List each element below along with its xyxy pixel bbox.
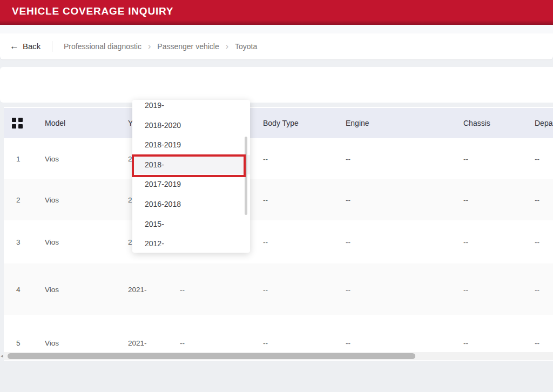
cell-body: -- <box>263 196 268 204</box>
cell-hidden: -- <box>180 339 185 347</box>
year-option[interactable]: 2018-2019 <box>132 135 250 155</box>
row-index: 2 <box>16 196 21 204</box>
cell-year: 2021- <box>128 285 147 293</box>
back-button[interactable]: ← Back <box>10 33 41 59</box>
cell-engine: -- <box>346 339 350 347</box>
header-gap <box>0 25 553 33</box>
year-option[interactable]: 2018-2020 <box>132 116 250 136</box>
table-row[interactable]: 2 Vios 20 -- -- -- -- -- <box>4 179 553 221</box>
cell-dept: -- <box>535 285 539 293</box>
table-row[interactable]: 4 Vios 2021- -- -- -- -- -- <box>4 263 553 315</box>
horizontal-scrollbar-thumb[interactable] <box>8 353 415 359</box>
year-option-highlighted[interactable]: 2018- <box>132 155 250 175</box>
cell-engine: -- <box>346 238 350 246</box>
cell-body: -- <box>263 238 268 246</box>
breadcrumb: Professional diagnostic › Passenger vehi… <box>64 33 257 59</box>
cell-chassis: -- <box>463 285 468 293</box>
cell-chassis: -- <box>463 196 468 204</box>
table-row[interactable]: 1 Vios 20 -- -- -- -- -- <box>4 138 553 180</box>
grid-view-icon[interactable] <box>12 118 23 129</box>
back-label: Back <box>23 33 41 59</box>
breadcrumb-bar: ← Back Professional diagnostic › Passeng… <box>0 33 553 59</box>
year-option[interactable]: 2019- <box>132 100 250 116</box>
column-header-engine: Engine <box>346 119 369 127</box>
vehicle-coverage-inquiry-screen: VEHICLE COVERAGE INQUIRY ← Back Professi… <box>0 0 553 392</box>
row-index: 4 <box>16 285 21 293</box>
cell-body: -- <box>263 155 268 163</box>
column-header-chassis: Chassis <box>463 119 490 127</box>
table-header-row: Model Year Body Type Engine Chassis Depa <box>4 108 553 138</box>
cell-model: Vios <box>45 339 59 347</box>
filter-bar: Vios Please select year Please select sy… <box>0 67 553 103</box>
row-index: 1 <box>16 155 21 163</box>
cell-chassis: -- <box>463 339 468 347</box>
breadcrumb-divider <box>52 41 52 52</box>
year-dropdown-panel: 2019- 2018-2020 2018-2019 2018- 2017-201… <box>132 100 250 253</box>
row-index: 3 <box>16 238 21 246</box>
cell-body: -- <box>263 339 268 347</box>
column-header-department: Depa <box>535 119 552 127</box>
cell-dept: -- <box>535 155 539 163</box>
scrollbar-left-arrow-icon[interactable]: ◂ <box>1 352 3 360</box>
chevron-right-icon: › <box>226 42 228 51</box>
cell-year: 2021- <box>128 339 147 347</box>
cell-model: Vios <box>45 196 59 204</box>
back-arrow-icon: ← <box>10 33 19 59</box>
cell-model: Vios <box>45 238 59 246</box>
year-dropdown-list: 2019- 2018-2020 2018-2019 2018- 2017-201… <box>132 100 250 253</box>
app-header: VEHICLE COVERAGE INQUIRY <box>0 0 553 25</box>
page-title: VEHICLE COVERAGE INQUIRY <box>12 0 173 23</box>
breadcrumb-item-passenger-vehicle[interactable]: Passenger vehicle <box>157 42 219 51</box>
cell-model: Vios <box>45 285 59 293</box>
cell-hidden: -- <box>180 285 185 293</box>
cell-engine: -- <box>346 196 350 204</box>
year-option[interactable]: 2017-2019 <box>132 174 250 194</box>
cell-engine: -- <box>346 285 350 293</box>
cell-body: -- <box>263 285 268 293</box>
cell-engine: -- <box>346 155 350 163</box>
cell-chassis: -- <box>463 155 468 163</box>
row-index: 5 <box>16 339 21 347</box>
breadcrumb-item-professional-diagnostic[interactable]: Professional diagnostic <box>64 42 141 51</box>
column-header-model: Model <box>45 119 65 127</box>
cell-chassis: -- <box>463 238 468 246</box>
year-option[interactable]: 2016-2018 <box>132 194 250 214</box>
year-option[interactable]: 2015- <box>132 214 250 234</box>
year-option[interactable]: 2012- <box>132 234 250 253</box>
cell-dept: -- <box>535 196 539 204</box>
cell-dept: -- <box>535 339 539 347</box>
breadcrumb-item-toyota[interactable]: Toyota <box>235 42 257 51</box>
table-row[interactable]: 3 Vios 20 -- -- -- -- -- <box>4 220 553 264</box>
column-header-body-type: Body Type <box>263 119 299 127</box>
cell-dept: -- <box>535 238 539 246</box>
cell-model: Vios <box>45 155 59 163</box>
footer-bar: ‹ 1 2 3 4 5 6 7 8 ••• 153 › Total: 3047 <box>0 361 553 392</box>
dropdown-scrollbar-thumb[interactable] <box>245 137 247 215</box>
horizontal-scrollbar-track <box>4 352 553 360</box>
chevron-right-icon: › <box>148 42 151 51</box>
results-table: Model Year Body Type Engine Chassis Depa… <box>4 107 553 361</box>
